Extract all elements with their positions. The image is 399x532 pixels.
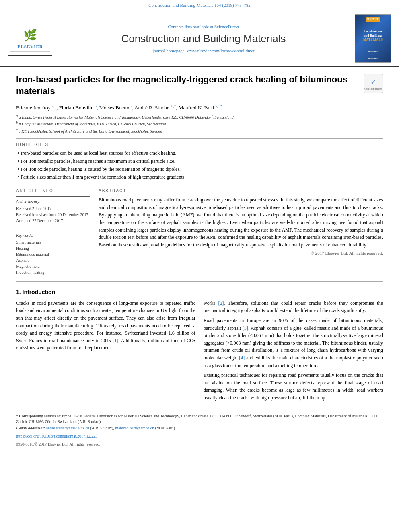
email-manfred[interactable]: manfred.partl@empa.ch	[115, 426, 154, 430]
homepage-url[interactable]: www.elsevier.com/locate/conbuildmat	[187, 48, 255, 53]
email-andre[interactable]: andre.studart@mat.ethz.ch	[46, 426, 89, 430]
journal-homepage: journal homepage: www.elsevier.com/locat…	[52, 48, 355, 54]
elsevier-brand-text: ELSEVIER	[17, 44, 43, 50]
keywords-label: Keywords:	[16, 233, 90, 238]
article-title: Iron-based particles for the magneticall…	[16, 74, 360, 97]
check-for-updates-badge: ✓ Check for updates	[364, 74, 383, 93]
article-area: Iron-based particles for the magneticall…	[0, 67, 399, 451]
contents-available-line: Contents lists available at ScienceDirec…	[52, 24, 355, 30]
keyword-2: Healing	[16, 246, 90, 251]
highlights-section: HIGHLIGHTS Iron-based particles can be u…	[16, 142, 383, 181]
intro-left-col: Cracks in road pavements are the consequ…	[16, 300, 195, 404]
check-updates-label: Check for updates	[364, 87, 382, 90]
cover-small-text: ▪▪▪▪▪▪▪▪▪▪▪▪▪▪▪▪▪▪▪▪▪▪▪▪▪▪▪▪▪▪▪▪▪	[368, 50, 377, 60]
keyword-1: Smart materials	[16, 240, 90, 245]
keyword-5: Magnetic field	[16, 264, 90, 269]
contents-text: Contents lists available at	[168, 24, 213, 29]
ref-3[interactable]: [3]	[243, 325, 248, 331]
elsevier-bird-icon: 🌿	[23, 27, 37, 43]
affil-c: c c KTH Stockholm, School of Architectur…	[16, 128, 383, 134]
journal-center: Contents lists available at ScienceDirec…	[52, 24, 355, 54]
ref-2[interactable]: [2]	[218, 300, 224, 306]
cover-title-text: Constructionand BuildingMATERIALS	[363, 29, 383, 42]
keyword-3: Bituminous material	[16, 252, 90, 257]
highlight-item-1: Iron-based particles can be used as loca…	[18, 150, 383, 157]
email-footnote: E-mail addresses: andre.studart@mat.ethz…	[16, 425, 383, 431]
author-manfred: Manfred N. Partl a,c,*	[179, 105, 222, 111]
doi-line: https://doi.org/10.1016/j.conbuildmat.20…	[16, 433, 383, 439]
abstract-text: Bituminous road pavements may suffer fro…	[99, 196, 383, 249]
author-andre: André R. Studart b,*	[134, 105, 176, 111]
journal-header: 🌿 ELSEVIER Contents lists available at S…	[0, 10, 399, 67]
highlight-item-3: For iron oxide particles, heating is cau…	[18, 166, 383, 173]
keyword-4: Asphalt	[16, 258, 90, 263]
ref-4[interactable]: [4]	[239, 355, 245, 361]
top-banner: Construction and Building Materials 164 …	[0, 0, 399, 10]
intro-section-title: 1. Introduction	[16, 288, 383, 296]
intro-right-para-3: Existing practical techniques for repair…	[204, 372, 383, 401]
divider-before-intro	[16, 281, 383, 282]
copyright-line: © 2017 Elsevier Ltd. All rights reserved…	[99, 250, 383, 256]
keyword-6: Induction heating	[16, 270, 90, 275]
affil-a: a a Empa, Swiss Federal Laboratories for…	[16, 114, 383, 120]
check-updates-icon: ✓	[370, 77, 376, 87]
received-date: Received 2 June 2017	[16, 206, 90, 212]
homepage-label: journal homepage:	[152, 48, 187, 53]
journal-cover-image: ELSEVIER Constructionand BuildingMATERIA…	[355, 14, 391, 63]
intro-right-col: works [2]. Therefore, solutions that cou…	[204, 300, 383, 404]
divider-after-highlights	[16, 184, 383, 184]
author-etienne: Etienne Jeoffroy a,b	[16, 105, 56, 111]
accepted-date: Accepted 27 December 2017	[16, 218, 90, 224]
received-revised-date: Received in revised form 20 December 201…	[16, 212, 90, 218]
sciencedirect-link[interactable]: ScienceDirect	[214, 24, 239, 29]
introduction-columns: Cracks in road pavements are the consequ…	[16, 300, 383, 404]
author-florian: Florian Bouville b	[59, 105, 97, 111]
article-info-border: Article history: Received 2 June 2017 Re…	[16, 196, 90, 224]
article-info-column: ARTICLE INFO Article history: Received 2…	[16, 188, 90, 276]
affiliations: a a Empa, Swiss Federal Laboratories for…	[16, 114, 383, 134]
elsevier-logo-box: 🌿 ELSEVIER	[10, 26, 50, 52]
intro-left-para-1: Cracks in road pavements are the consequ…	[16, 300, 195, 352]
abstract-label: ABSTRACT	[99, 188, 383, 194]
page-container: Construction and Building Materials 164 …	[0, 0, 399, 451]
corresponding-authors-note: * Corresponding authors at: Empa, Swiss …	[16, 413, 383, 425]
affil-b: b b Complex Materials, Department of Mat…	[16, 121, 383, 127]
journal-citation: Construction and Building Materials 164 …	[148, 3, 251, 8]
intro-right-para-2: Road pavements in Europe are in 90% of t…	[204, 317, 383, 369]
ref-1[interactable]: [1]	[113, 338, 118, 343]
article-history-label: Article history:	[16, 199, 90, 205]
cover-badge: ELSEVIER	[366, 17, 380, 21]
keywords-border: Keywords: Smart materials Healing Bitumi…	[16, 227, 90, 275]
footnote-section: * Corresponding authors at: Empa, Swiss …	[16, 411, 383, 447]
intro-right-para-1: works [2]. Therefore, solutions that cou…	[204, 300, 383, 314]
highlights-label: HIGHLIGHTS	[16, 142, 383, 148]
authors-line: Etienne Jeoffroy a,b, Florian Bouville b…	[16, 104, 383, 112]
abstract-column: ABSTRACT Bituminous road pavements may s…	[99, 188, 383, 276]
highlight-item-2: For iron metallic particles, heating rea…	[18, 158, 383, 165]
article-info-abstract-columns: ARTICLE INFO Article history: Received 2…	[16, 188, 383, 276]
author-moises: Moisés Bueno a	[99, 105, 132, 111]
introduction-section: 1. Introduction Cracks in road pavements…	[16, 288, 383, 404]
highlights-list: Iron-based particles can be used as loca…	[18, 150, 383, 181]
elsevier-logo: 🌿 ELSEVIER	[8, 22, 52, 56]
divider-after-affiliations	[16, 138, 383, 139]
issn-line: 0950-0618/© 2017 Elsevier Ltd. All right…	[16, 442, 383, 447]
article-info-label: ARTICLE INFO	[16, 188, 90, 194]
highlight-item-4: Particle sizes smaller than 1 mm prevent…	[18, 174, 383, 181]
journal-title: Construction and Building Materials	[52, 31, 355, 46]
doi-link[interactable]: https://doi.org/10.1016/j.conbuildmat.20…	[16, 434, 97, 438]
